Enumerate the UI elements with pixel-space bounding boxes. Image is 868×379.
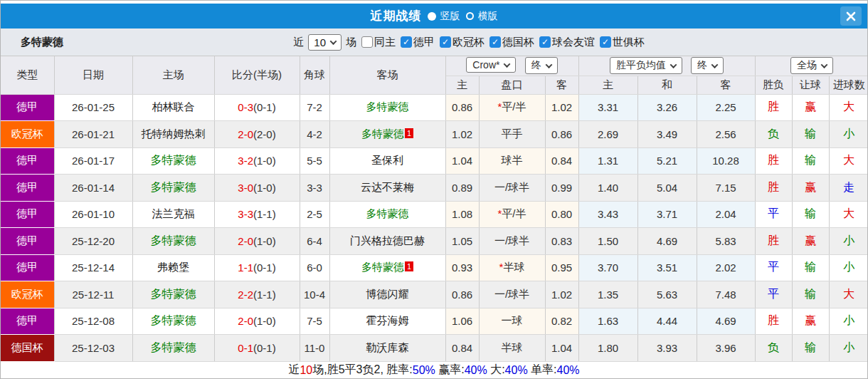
outcome-cell: 负 [755,335,792,362]
fulltime-score: 0-1 [238,342,253,354]
corner-cell: 6-4 [300,228,329,255]
avg-select-value: 胜平负均值 [616,59,666,72]
handicap-cell: *平/半 [479,201,545,228]
score-cell: 3-3(1-1) [214,201,300,228]
table-row: 德甲 26-01-17 多特蒙德 3-2(1-0) 5-5 圣保利 1.04 球… [1,147,868,175]
avg-away-cell: 5.83 [697,228,755,255]
team-name: 多特蒙德 [21,36,63,49]
spread-result-cell: 输 [792,201,829,228]
scope-select-value: 全场 [797,59,817,72]
match-count-select[interactable]: 10 [308,34,342,51]
recent-results-window: 近期战绩 竖版 横版 多特蒙德 近 10 场 同主 [0,0,868,379]
date-cell: 25-12-20 [54,228,132,255]
checkbox-club-world-cup[interactable]: 世俱杯 [600,36,645,49]
radio-horizontal-layout[interactable]: 横版 [466,10,498,23]
table-row: 德甲 25-12-08 多特蒙德 2-0(1-0) 7-5 霍芬海姆 1.06 … [1,308,868,335]
handicap-cell: *平/半 [479,94,545,121]
close-button[interactable] [840,6,862,26]
home-team-cell: 多特蒙德 [132,281,214,308]
spread-result-cell: 输 [792,254,829,281]
avg-draw-cell: 3.71 [637,201,697,228]
checkbox-label: 球会友谊 [552,36,595,49]
subheader-avg-draw: 和 [637,76,697,94]
summary-segment: 40% [465,364,487,377]
checkbox-icon [539,36,551,48]
checkbox-icon [600,36,611,48]
handicap-cell: 平手 [479,121,545,148]
radio-vertical-label: 竖版 [440,10,460,23]
window-title: 近期战绩 [371,8,422,24]
avg-away-cell: 2.56 [697,121,755,148]
fulltime-score: 2-0 [238,235,253,247]
odds-home-cell: 0.93 [445,254,479,281]
chevron-down-icon [711,61,719,68]
spread-result-cell: 赢 [792,175,829,202]
close-icon [846,11,856,21]
outcome-cell: 平 [755,254,792,281]
away-team-name: 多特蒙德 [361,261,404,273]
checkbox-german-cup[interactable]: 德国杯 [489,36,534,49]
avg-home-cell: 1.80 [578,335,637,362]
halftime-score: (1-0) [253,235,276,247]
match-type-cell: 德甲 [1,147,54,175]
avg-draw-cell: 3.49 [637,121,697,148]
away-team-cell: 圣保利 [329,147,445,175]
fulltime-score: 1-1 [238,261,253,274]
outcome-cell: 胜 [755,94,792,121]
home-team-cell: 多特蒙德 [132,147,214,175]
home-team-cell: 法兰克福 [132,201,214,228]
checkbox-label: 世俱杯 [613,36,645,49]
corner-cell: 2-5 [300,201,329,228]
fulltime-score: 3-2 [238,155,253,167]
odds-time-select[interactable]: 终 [525,57,558,74]
handicap-value: 一球 [502,314,523,326]
goals-result-cell: 大 [829,94,868,121]
match-count-value: 10 [314,36,326,48]
home-team-cell: 多特蒙德 [132,175,214,202]
avg-home-cell: 1.63 [578,308,637,335]
match-type-cell: 德甲 [1,94,54,121]
subheader-odds-home: 主 [445,76,479,94]
match-type-cell: 德国杯 [1,335,54,362]
avg-home-cell: 3.70 [578,254,637,281]
scope-select[interactable]: 全场 [790,57,833,74]
odds-away-cell: 0.84 [545,147,578,175]
handicap-cell: *半球 [479,254,545,281]
goals-result-cell: 走 [829,175,868,202]
odds-home-cell: 1.08 [445,201,479,228]
avg-time-select[interactable]: 终 [691,57,724,74]
subheader-avg-away: 客 [697,76,755,94]
games-label: 场 [346,36,356,49]
date-cell: 26-01-14 [54,175,132,202]
checkbox-champions-league[interactable]: 欧冠杯 [440,36,485,49]
chevron-down-icon [669,61,677,68]
table-row: 德国杯 25-12-03 多特蒙德 0-1(0-1) 11-0 勒沃库森 0.8… [1,335,868,362]
checkbox-label: 德国杯 [502,36,534,49]
halftime-score: (0-1) [253,261,276,274]
corner-cell: 4-2 [300,121,329,148]
checkbox-bundesliga[interactable]: 德甲 [401,36,435,49]
radio-unselected-icon [466,12,474,20]
checkbox-label: 欧冠杯 [452,36,485,49]
avg-draw-cell: 3.26 [637,94,697,121]
outcome-cell: 胜 [755,308,792,335]
radio-horizontal-label: 横版 [478,10,498,23]
match-type-cell: 欧冠杯 [1,121,54,148]
card-count-badge: 1 [405,128,413,138]
halftime-score: (1-1) [253,289,276,301]
checkbox-club-friendly[interactable]: 球会友谊 [539,36,595,49]
radio-vertical-layout[interactable]: 竖版 [428,10,460,23]
avg-home-cell: 1.31 [578,147,637,175]
odds-home-cell: 0.84 [445,335,479,362]
avg-select[interactable]: 胜平负均值 [610,57,682,74]
avg-draw-cell: 3.51 [637,254,697,281]
home-team-cell: 托特纳姆热刺 [132,121,214,148]
away-team-name: 门兴格拉德巴赫 [350,234,425,246]
away-team-cell: 多特蒙德 [329,94,445,121]
match-type-cell: 德甲 [1,254,54,281]
checkbox-same-home[interactable]: 同主 [361,36,396,49]
handicap-cell: 一球 [479,308,545,335]
avg-away-cell: 10.28 [697,147,755,175]
odds-company-select[interactable]: Crow* [466,57,516,73]
goals-result-cell: 大 [829,201,868,228]
